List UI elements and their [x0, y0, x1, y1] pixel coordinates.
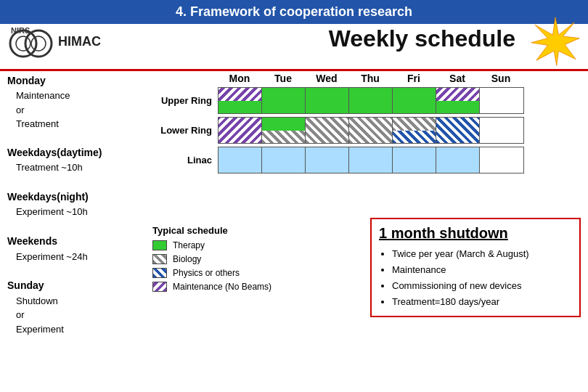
upper-ring-tue — [262, 88, 306, 113]
linac-sun — [480, 147, 523, 173]
shutdown-box: 1 month shutdown Twice per year (March &… — [370, 218, 581, 317]
linac-tue — [262, 147, 306, 173]
header-title: 4. Framework of cooperation research — [176, 4, 412, 19]
divider-line — [0, 69, 588, 71]
lower-ring-label: Lower Ring — [152, 125, 218, 136]
legend-title: Typical schedule — [152, 225, 341, 236]
svg-marker-5 — [531, 17, 580, 66]
legend-area: Typical schedule Therapy Biology Physics… — [152, 225, 341, 295]
sidebar-weekdays-day: Weekdays(daytime) Treatment ~10h — [7, 144, 152, 176]
linac-sat — [436, 147, 480, 173]
sidebar-monday-title: Monday — [7, 73, 152, 89]
upper-ring-fri — [393, 88, 436, 113]
legend-physics: Physics or others — [152, 268, 341, 278]
linac-thu — [349, 147, 393, 173]
legend-therapy: Therapy — [152, 240, 341, 250]
sidebar-sunday-title: Sunday — [7, 277, 152, 293]
day-fri: Fri — [392, 73, 436, 84]
shutdown-title: 1 month shutdown — [379, 225, 572, 242]
svg-text:NIRS: NIRS — [11, 26, 30, 35]
legend-maintenance-label: Maintenance (No Beams) — [173, 282, 271, 292]
legend-physics-label: Physics or others — [173, 268, 240, 278]
day-mon: Mon — [218, 73, 261, 84]
legend-maintenance: Maintenance (No Beams) — [152, 282, 341, 292]
linac-fri — [393, 147, 436, 173]
logo-svg: NIRS — [7, 22, 58, 62]
sidebar-monday: Monday MaintenanceorTreatment — [7, 73, 152, 131]
upper-ring-sun — [480, 88, 523, 113]
upper-ring-cells — [218, 87, 524, 114]
upper-ring-label: Upper Ring — [152, 95, 218, 106]
sidebar-sunday: Sunday ShutdownorExperiment — [7, 277, 152, 336]
shutdown-bullet-4: Treatment=180 days/year — [392, 294, 572, 310]
upper-ring-thu — [349, 88, 393, 113]
sidebar-monday-content: MaintenanceorTreatment — [7, 89, 152, 131]
legend-biology-label: Biology — [173, 254, 201, 264]
day-sat: Sat — [436, 73, 479, 84]
shutdown-list: Twice per year (March & August) Maintena… — [379, 246, 572, 310]
schedule-area: Mon Tue Wed Thu Fri Sat Sun Upper Ring — [152, 73, 581, 173]
shutdown-bullet-2: Maintenance — [392, 262, 572, 278]
linac-wed — [306, 147, 349, 173]
shutdown-bullet-1: Twice per year (March & August) — [392, 246, 572, 262]
lower-ring-fri — [393, 118, 436, 143]
linac-label: Linac — [152, 155, 218, 166]
linac-cells — [218, 147, 524, 173]
sidebar-weekends-content: Experiment ~24h — [7, 250, 152, 265]
sidebar-weekdays-night-content: Experiment ~10h — [7, 205, 152, 220]
linac-mon — [219, 147, 262, 173]
legend-physics-swatch — [152, 268, 167, 278]
lower-ring-mon — [219, 118, 262, 143]
legend-biology-swatch — [152, 254, 167, 264]
legend-therapy-label: Therapy — [173, 240, 205, 250]
legend-biology: Biology — [152, 254, 341, 264]
lower-ring-tue — [262, 118, 306, 143]
sidebar-weekdays-day-title: Weekdays(daytime) — [7, 144, 152, 160]
lower-ring-sat — [436, 118, 480, 143]
sidebar-weekdays-day-content: Treatment ~10h — [7, 160, 152, 176]
day-tue: Tue — [261, 73, 305, 84]
upper-ring-wed — [306, 88, 349, 113]
lower-ring-thu — [349, 118, 393, 143]
starburst-icon — [530, 16, 581, 67]
linac-row: Linac — [152, 147, 581, 173]
shutdown-bullet-3: Commissioning of new devices — [392, 278, 572, 294]
day-thu: Thu — [348, 73, 392, 84]
lower-ring-cells — [218, 117, 524, 144]
sidebar-weekdays-night-title: Weekdays(night) — [7, 189, 152, 205]
day-sun: Sun — [479, 73, 523, 84]
sidebar-sunday-content: ShutdownorExperiment — [7, 294, 152, 337]
day-labels-row: Mon Tue Wed Thu Fri Sat Sun — [218, 73, 581, 84]
weekly-schedule-title: Weekly schedule — [329, 25, 515, 52]
page-header: 4. Framework of cooperation research — [0, 0, 588, 24]
sidebar-weekends-title: Weekends — [7, 233, 152, 249]
lower-ring-sun — [480, 118, 523, 143]
logo-area: NIRS HIMAC — [7, 22, 123, 62]
logo-himac-text: HIMAC — [58, 34, 101, 49]
upper-ring-mon — [219, 88, 262, 113]
upper-ring-row: Upper Ring — [152, 87, 581, 114]
sidebar-weekdays-night: Weekdays(night) Experiment ~10h — [7, 189, 152, 220]
sidebar: Monday MaintenanceorTreatment Weekdays(d… — [7, 73, 152, 349]
sidebar-weekends: Weekends Experiment ~24h — [7, 233, 152, 264]
day-wed: Wed — [305, 73, 348, 84]
legend-therapy-swatch — [152, 240, 167, 250]
svg-point-2 — [16, 36, 30, 51]
lower-ring-row: Lower Ring — [152, 117, 581, 144]
lower-ring-wed — [306, 118, 349, 143]
schedule-grid: Upper Ring — [152, 87, 581, 173]
svg-point-3 — [31, 36, 46, 51]
upper-ring-sat — [436, 88, 480, 113]
legend-maintenance-swatch — [152, 282, 167, 292]
